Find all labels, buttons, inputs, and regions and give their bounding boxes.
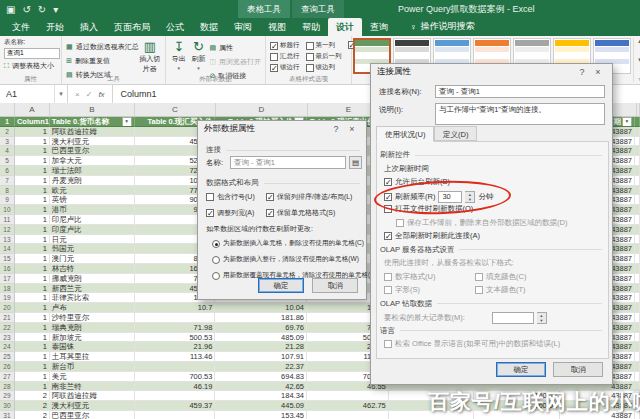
table-cell[interactable]: 445.09 xyxy=(215,401,307,411)
row-number[interactable]: 21 xyxy=(0,313,15,323)
tab-帮助[interactable]: 帮助 xyxy=(294,18,328,36)
empty-cell[interactable] xyxy=(635,264,640,274)
empty-cell[interactable] xyxy=(635,137,640,147)
table-cell[interactable]: 10.7 xyxy=(135,303,216,313)
table-cell[interactable]: 462.75 xyxy=(307,401,389,411)
connection-name-input[interactable]: 查询 - 查询1 xyxy=(230,156,346,169)
checkbox[interactable] xyxy=(206,193,214,201)
resize-table-button[interactable]: ⛶ 调整表格大小 xyxy=(4,61,57,71)
table-cell[interactable]: 沙特里亚尔 xyxy=(50,313,135,323)
table-cell[interactable]: 1 xyxy=(15,146,50,156)
cancel-entry-icon[interactable]: × xyxy=(75,90,80,99)
export-button[interactable]: ↧ 导出 ▾ xyxy=(170,38,188,75)
empty-cell[interactable] xyxy=(635,323,640,333)
insert-function-icon[interactable]: fx xyxy=(98,90,104,99)
dlg2-line-3[interactable]: ✓刷新频率(R)30▴▾分钟 xyxy=(384,191,493,203)
table-cell[interactable]: 1 xyxy=(15,205,50,215)
row-number[interactable]: 26 xyxy=(0,362,15,372)
table-cell[interactable]: 1 xyxy=(15,137,50,147)
checkbox-checked[interactable]: ✓ xyxy=(270,42,278,50)
insert-slicer-button[interactable]: ▥ 插入切片器 xyxy=(139,38,161,75)
radio-selected[interactable] xyxy=(212,240,220,248)
checkbox[interactable] xyxy=(384,205,392,213)
row-number[interactable]: 23 xyxy=(0,333,15,343)
table-cell[interactable]: 22.37 xyxy=(215,362,307,372)
column-header-D[interactable]: D xyxy=(216,103,308,116)
table-cell[interactable]: 1 xyxy=(15,313,50,323)
empty-cell[interactable] xyxy=(635,195,640,205)
radio[interactable] xyxy=(212,272,220,280)
empty-cell[interactable] xyxy=(635,215,640,225)
column-header-A[interactable]: A xyxy=(15,103,50,116)
table-cell[interactable]: 瑞士法郎 xyxy=(50,166,135,176)
empty-cell[interactable] xyxy=(635,333,640,343)
refresh-button[interactable]: ↻ 刷新 ▾ xyxy=(190,38,208,75)
table-cell[interactable]: 南非兰特 xyxy=(50,382,135,392)
tab-公式[interactable]: 公式 xyxy=(158,18,192,36)
table-cell[interactable]: 1 xyxy=(15,195,50,205)
table-cell[interactable]: 459.37 xyxy=(135,401,216,411)
table-cell[interactable] xyxy=(135,313,216,323)
table-cell[interactable]: 挪威克朗 xyxy=(50,274,135,284)
table-cell[interactable]: 欧元 xyxy=(50,186,135,196)
row-number[interactable]: 20 xyxy=(0,303,15,313)
table-cell[interactable]: 184.34 xyxy=(215,391,307,401)
empty-cell[interactable] xyxy=(635,274,640,284)
row-number[interactable]: 5 xyxy=(0,156,15,166)
table-cell[interactable]: 加拿大元 xyxy=(50,156,135,166)
empty-cell[interactable] xyxy=(635,254,640,264)
style-option-镶边行[interactable]: ✓镶边行 xyxy=(270,62,300,73)
table-cell[interactable]: 瑞典克朗 xyxy=(50,323,135,333)
table-cell[interactable]: 印度卢比 xyxy=(50,225,135,235)
row-number[interactable]: 25 xyxy=(0,352,15,362)
table-cell[interactable] xyxy=(135,391,216,401)
style-option-最后一列[interactable]: 最后一列 xyxy=(306,51,342,62)
style-option-镶边列[interactable]: 镶边列 xyxy=(306,62,342,73)
connection-properties-button[interactable]: ▤ xyxy=(349,156,362,169)
table-cell[interactable]: 阿联酋迪拉姆 xyxy=(50,391,135,401)
row-number[interactable]: 29 xyxy=(0,391,15,401)
empty-cell[interactable] xyxy=(635,303,640,313)
dlg2-line-2[interactable]: ✓允许后台刷新(B) xyxy=(384,177,450,187)
table-cell[interactable]: 1 xyxy=(15,372,50,382)
row-number[interactable]: 15 xyxy=(0,254,15,264)
dialog2-cancel-button[interactable]: 取消 xyxy=(553,362,603,377)
table-cell[interactable]: 1 xyxy=(15,186,50,196)
table-cell[interactable]: 485.09 xyxy=(215,333,307,343)
table-cell[interactable]: 21.28 xyxy=(215,342,307,352)
row-number[interactable]: 22 xyxy=(0,323,15,333)
dialog2-tab-1[interactable]: 定义(D) xyxy=(434,126,477,141)
tab-设计[interactable]: 设计 xyxy=(328,18,362,36)
tab-开始[interactable]: 开始 xyxy=(38,18,72,36)
table-cell[interactable] xyxy=(135,362,216,372)
row-number[interactable]: 31 xyxy=(0,411,15,419)
table-cell[interactable]: 500.53 xyxy=(135,333,216,343)
table-cell[interactable]: 印尼卢比 xyxy=(50,215,135,225)
table-cell[interactable]: 1 xyxy=(15,244,50,254)
table-cell[interactable]: 21.96 xyxy=(135,342,216,352)
table-cell[interactable]: 1 xyxy=(15,303,50,313)
row-number[interactable]: 7 xyxy=(0,176,15,186)
dlg2-pair-check[interactable]: 数字格式(U) xyxy=(384,272,472,282)
table-cell[interactable]: 巴西里亚尔 xyxy=(50,411,135,419)
checkbox[interactable] xyxy=(384,273,392,281)
row-number[interactable]: 6 xyxy=(0,166,15,176)
row-number[interactable]: 12 xyxy=(0,225,15,235)
dlg1-check-3[interactable]: ✓保留单元格格式(S) xyxy=(266,208,335,218)
table-cell[interactable]: 新西兰元 xyxy=(50,284,135,294)
row-number[interactable]: 16 xyxy=(0,264,15,274)
style-option-第一列[interactable]: 第一列 xyxy=(306,40,342,51)
table-cell[interactable]: 1 xyxy=(15,254,50,264)
row-number[interactable]: 8 xyxy=(0,186,15,196)
row-number[interactable]: 19 xyxy=(0,293,15,303)
dlg2-line-5[interactable]: 保存工作簿前，删除来自外部数据区域的数据(D) xyxy=(396,218,567,228)
table-cell[interactable]: 澳门元 xyxy=(50,254,135,264)
empty-cell[interactable] xyxy=(635,372,640,382)
checkbox-checked[interactable]: ✓ xyxy=(384,178,392,186)
table-cell[interactable] xyxy=(135,411,216,419)
checkbox-checked[interactable]: ✓ xyxy=(266,193,274,201)
confirm-entry-icon[interactable]: ✓ xyxy=(86,90,93,99)
table-cell[interactable]: 卢布 xyxy=(50,303,135,313)
checkbox-checked[interactable]: ✓ xyxy=(384,232,392,240)
row-number[interactable]: 14 xyxy=(0,244,15,254)
